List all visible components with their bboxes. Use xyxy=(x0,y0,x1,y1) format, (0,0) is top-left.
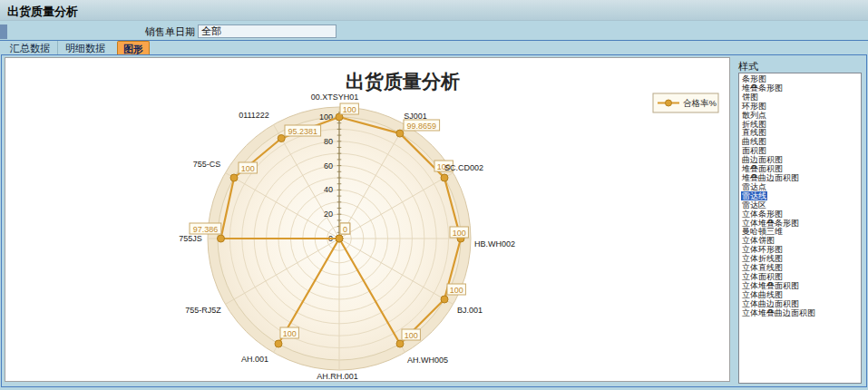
chart-style-listbox[interactable]: 条形图堆叠条形图饼图环形图散列点折线图直线图曲线图面积图曲边面积图堆叠面积图堆叠… xyxy=(738,73,862,384)
window-title: 出货质量分析 xyxy=(7,4,78,20)
panel-handle[interactable] xyxy=(0,24,7,39)
category-label: 755-RJ5Z xyxy=(185,306,221,315)
value-label-text: 97.386 xyxy=(193,225,219,234)
legend-marker-dot xyxy=(666,100,672,106)
category-label: AH.WH005 xyxy=(407,356,448,365)
category-label: AH.001 xyxy=(241,355,268,364)
category-label: SJ001 xyxy=(404,112,427,121)
value-label-text: 99.8659 xyxy=(407,122,437,131)
category-label: 00.XTSYH01 xyxy=(311,93,359,102)
value-label-text: 0 xyxy=(343,225,347,234)
style-panel-title: 样式 xyxy=(738,60,758,73)
tab-bar: 汇总数据 明细数据 图形 xyxy=(0,40,868,54)
value-label-text: 95.2381 xyxy=(288,127,318,136)
category-label: HB.WH002 xyxy=(474,239,515,249)
chart-title: 出货质量分析 xyxy=(346,71,460,93)
value-label-text: 100 xyxy=(343,105,356,114)
tab-summary-data[interactable]: 汇总数据 xyxy=(3,41,57,54)
category-label: 755JS xyxy=(179,234,202,243)
style-list-item[interactable]: 立体堆叠曲边面积图 xyxy=(741,309,861,318)
category-label: SC.CD002 xyxy=(444,163,483,172)
axis-tick-label: 60 xyxy=(324,161,333,171)
quality-radar-chart: 02040608010010099.8659100100100100010009… xyxy=(5,58,729,381)
axis-tick-label: 20 xyxy=(324,210,333,219)
filter-label: 销售单日期 xyxy=(132,25,195,39)
radar-point-dot xyxy=(396,130,404,137)
chart-panel: 02040608010010099.8659100100100100010009… xyxy=(5,57,730,382)
value-label-text: 100 xyxy=(241,164,255,173)
value-label-text: 100 xyxy=(405,331,418,340)
legend-label: 合格率% xyxy=(683,98,717,108)
axis-tick-label: 40 xyxy=(324,185,333,194)
filter-row: 销售单日期 xyxy=(0,21,868,40)
date-filter-input[interactable] xyxy=(198,24,336,38)
value-label-text: 100 xyxy=(450,286,463,295)
category-label: 755-CS xyxy=(193,160,221,169)
category-label: BJ.001 xyxy=(457,306,483,315)
radar-point-dot xyxy=(396,340,404,347)
axis-tick-label: 80 xyxy=(324,137,333,146)
value-label-text: 100 xyxy=(283,329,297,338)
radar-point-dot xyxy=(441,174,448,181)
category-label: 0111222 xyxy=(239,111,269,120)
category-label: AH.RH.001 xyxy=(317,372,358,381)
style-list-item[interactable]: 立体条形图 xyxy=(741,210,861,219)
window-title-bar: 出货质量分析 xyxy=(0,0,868,21)
radar-point-dot xyxy=(336,235,343,242)
radar-point-dot xyxy=(278,135,285,142)
app-window: 出货质量分析 销售单日期 汇总数据 明细数据 图形 02040608010010… xyxy=(0,0,868,390)
radar-point-dot xyxy=(218,235,225,242)
radar-point-dot xyxy=(230,174,238,181)
radar-point-dot xyxy=(441,296,448,303)
tab-detail-data[interactable]: 明细数据 xyxy=(57,41,112,54)
value-label-text: 100 xyxy=(453,229,466,238)
tab-graphics[interactable]: 图形 xyxy=(117,41,150,54)
radar-point-dot xyxy=(275,340,282,347)
content-container: 02040608010010099.8659100100100100010009… xyxy=(1,54,867,387)
